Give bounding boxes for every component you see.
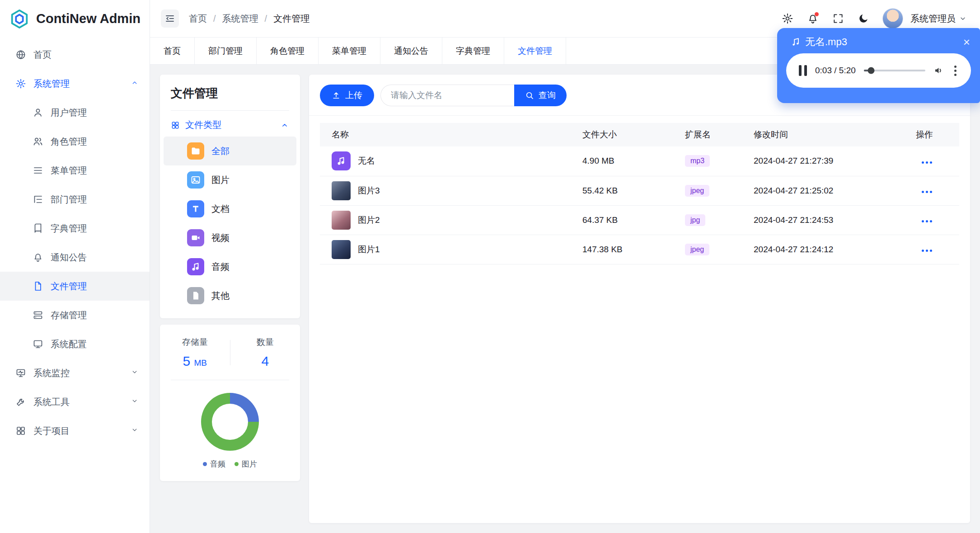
sidebar-item-users[interactable]: 用户管理 <box>0 98 150 127</box>
breadcrumb-item[interactable]: 系统管理 <box>222 13 258 25</box>
sidebar-item-files[interactable]: 文件管理 <box>0 272 150 301</box>
sidebar-item-menus[interactable]: 菜单管理 <box>0 156 150 185</box>
upload-button[interactable]: 上传 <box>320 85 374 106</box>
user-menu[interactable]: 系统管理员 <box>910 13 966 25</box>
table-row[interactable]: 图片1 147.38 KB jpeg 2024-04-27 21:24:12 <box>320 235 959 264</box>
sidebar-item-label: 用户管理 <box>51 107 87 119</box>
logo-icon <box>9 9 30 29</box>
more-actions-icon[interactable] <box>921 247 933 255</box>
chevron-up-icon <box>131 79 139 89</box>
file-icon <box>187 287 204 304</box>
count-stat: 数量 4 <box>230 336 300 369</box>
audio-player: 无名.mp3 × 0:03 / 5:20 <box>777 28 980 103</box>
breadcrumb-separator: / <box>213 14 216 24</box>
file-type-section-header[interactable]: 文件类型 <box>160 119 300 131</box>
file-type-label: 视频 <box>211 232 230 244</box>
tab-dictionary[interactable]: 字典管理 <box>442 38 504 64</box>
tab-files[interactable]: 文件管理 <box>504 38 566 64</box>
gear-icon <box>15 78 26 89</box>
topbar-actions: 系统管理员 <box>781 8 966 29</box>
tab-departments[interactable]: 部门管理 <box>195 38 257 64</box>
video-icon <box>187 229 204 246</box>
settings-button[interactable] <box>781 12 794 25</box>
file-icon <box>33 281 43 292</box>
sidebar-item-notices[interactable]: 通知公告 <box>0 243 150 272</box>
menu-list-icon <box>33 165 43 176</box>
image-icon <box>187 171 204 189</box>
legend-item-images[interactable]: 图片 <box>234 459 257 469</box>
avatar[interactable] <box>882 8 903 29</box>
file-type-audio[interactable]: 音频 <box>164 252 296 281</box>
table-row[interactable]: 图片2 64.37 KB jpg 2024-04-27 21:24:53 <box>320 205 959 235</box>
storage-label: 存储量 <box>160 336 230 348</box>
sidebar-item-about[interactable]: 关于项目 <box>0 416 150 445</box>
playback-time: 0:03 / 5:20 <box>815 66 856 75</box>
breadcrumb-separator: / <box>265 14 267 24</box>
search-input[interactable] <box>380 85 514 106</box>
sidebar-item-config[interactable]: 系统配置 <box>0 330 150 358</box>
tab-roles[interactable]: 角色管理 <box>257 38 319 64</box>
storage-unit: MB <box>194 358 207 368</box>
kebab-menu-icon[interactable] <box>952 64 958 78</box>
sidebar-item-monitoring[interactable]: 系统监控 <box>0 358 150 387</box>
breadcrumb-item[interactable]: 首页 <box>189 13 207 25</box>
music-icon <box>187 258 204 275</box>
sidebar-item-roles[interactable]: 角色管理 <box>0 127 150 156</box>
dark-mode-button[interactable] <box>857 12 870 25</box>
chevron-down-icon <box>131 426 139 436</box>
file-type-all[interactable]: 全部 <box>164 137 296 165</box>
sidebar-item-departments[interactable]: 部门管理 <box>0 185 150 214</box>
music-note-icon <box>791 37 801 47</box>
tab-home[interactable]: 首页 <box>150 38 195 64</box>
app-logo[interactable]: ContiNew Admin <box>0 0 150 38</box>
file-type-label: 全部 <box>211 145 230 157</box>
divider <box>171 380 289 380</box>
sidebar-item-label: 通知公告 <box>51 251 87 264</box>
sidebar-item-tools[interactable]: 系统工具 <box>0 387 150 416</box>
sidebar: ContiNew Admin 首页 系统管理 用户管理 角色管理 <box>0 0 150 533</box>
sidebar-menu: 首页 系统管理 用户管理 角色管理 菜单管理 部门管理 <box>0 38 150 445</box>
users-icon <box>33 136 43 147</box>
upload-label: 上传 <box>345 90 362 101</box>
folder-icon <box>187 142 204 160</box>
sidebar-item-system[interactable]: 系统管理 <box>0 69 150 98</box>
tab-notices[interactable]: 通知公告 <box>380 38 442 64</box>
sidebar-item-label: 系统监控 <box>33 367 70 379</box>
table-row[interactable]: 图片3 55.42 KB jpeg 2024-04-27 21:25:02 <box>320 176 959 205</box>
more-actions-icon[interactable] <box>921 159 933 166</box>
legend-dot <box>234 462 239 466</box>
fullscreen-button[interactable] <box>832 12 844 25</box>
file-type-videos[interactable]: 视频 <box>164 223 296 252</box>
file-time: 2024-04-27 21:24:53 <box>750 205 893 235</box>
file-type-label: 图片 <box>211 174 230 186</box>
column-header-time: 修改时间 <box>750 123 893 146</box>
menu-fold-icon <box>164 13 175 24</box>
file-type-documents[interactable]: 文档 <box>164 194 296 223</box>
audio-title: 无名.mp3 <box>805 35 847 49</box>
sidebar-item-storage[interactable]: 存储管理 <box>0 301 150 330</box>
tab-menus[interactable]: 菜单管理 <box>319 38 380 64</box>
collapse-sidebar-button[interactable] <box>161 9 179 28</box>
sidebar-item-home[interactable]: 首页 <box>0 40 150 69</box>
table-row[interactable]: 无名 4.90 MB mp3 2024-04-27 21:27:39 <box>320 146 959 176</box>
storage-stat: 存储量 5 MB <box>160 336 230 369</box>
query-button[interactable]: 查询 <box>514 85 567 106</box>
seek-slider[interactable] <box>864 70 925 71</box>
notifications-button[interactable] <box>807 12 819 25</box>
sidebar-item-dictionary[interactable]: 字典管理 <box>0 214 150 243</box>
divider <box>171 110 289 111</box>
close-icon[interactable]: × <box>963 36 970 48</box>
volume-button[interactable] <box>933 65 944 76</box>
more-actions-icon[interactable] <box>921 217 933 225</box>
more-actions-icon[interactable] <box>921 188 933 196</box>
legend-label: 音频 <box>210 459 225 469</box>
column-header-actions: 操作 <box>893 123 959 146</box>
ext-badge: mp3 <box>685 155 710 167</box>
breadcrumb-item[interactable]: 文件管理 <box>273 13 309 25</box>
legend-item-audio[interactable]: 音频 <box>203 459 225 469</box>
pause-button[interactable] <box>799 65 807 76</box>
search-group: 查询 <box>380 85 567 106</box>
file-type-images[interactable]: 图片 <box>164 165 296 194</box>
section-label: 文件类型 <box>185 119 221 131</box>
file-type-other[interactable]: 其他 <box>164 281 296 310</box>
